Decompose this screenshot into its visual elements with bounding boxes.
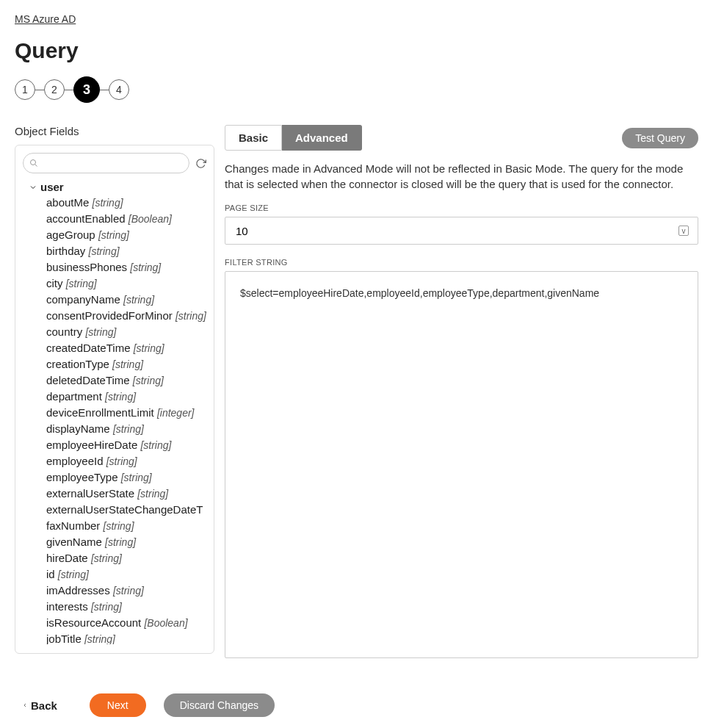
step-3[interactable]: 3 bbox=[73, 76, 100, 103]
field-type: [string] bbox=[121, 472, 152, 483]
field-item[interactable]: companyName [string] bbox=[46, 292, 206, 308]
field-type: [string] bbox=[84, 633, 115, 644]
field-type: [string] bbox=[113, 585, 144, 597]
chevron-down-icon bbox=[29, 183, 37, 192]
field-type: [Boolean] bbox=[144, 617, 187, 629]
field-item[interactable]: createdDateTime [string] bbox=[46, 340, 206, 356]
breadcrumb-link[interactable]: MS Azure AD bbox=[15, 13, 76, 25]
field-name: accountEnabled bbox=[46, 212, 126, 225]
field-type: [string] bbox=[93, 197, 123, 209]
field-item[interactable]: givenName [string] bbox=[46, 534, 206, 550]
field-item[interactable]: faxNumber [string] bbox=[46, 518, 206, 534]
field-item[interactable]: city [string] bbox=[46, 275, 206, 292]
field-item[interactable]: businessPhones [string] bbox=[46, 259, 206, 275]
field-type: [string] bbox=[58, 569, 89, 580]
field-type: [string] bbox=[85, 326, 116, 338]
step-4[interactable]: 4 bbox=[109, 79, 129, 100]
field-name: consentProvidedForMinor bbox=[46, 309, 173, 322]
back-button[interactable]: Back bbox=[22, 699, 57, 712]
field-item[interactable]: id [string] bbox=[46, 566, 206, 583]
field-item[interactable]: consentProvidedForMinor [string] bbox=[46, 308, 206, 324]
page-size-wrapper: v bbox=[225, 217, 698, 245]
field-item[interactable]: interests [string] bbox=[46, 599, 206, 615]
mode-note: Changes made in Advanced Mode will not b… bbox=[225, 161, 698, 192]
field-name: country bbox=[46, 325, 82, 338]
field-type: [string] bbox=[123, 294, 154, 306]
tab-basic[interactable]: Basic bbox=[225, 125, 282, 151]
field-item[interactable]: department [string] bbox=[46, 389, 206, 405]
tab-advanced[interactable]: Advanced bbox=[282, 125, 362, 151]
filter-string-input[interactable] bbox=[225, 271, 698, 658]
field-type: [string] bbox=[91, 601, 122, 613]
page-size-input[interactable] bbox=[234, 224, 678, 238]
step-connector bbox=[65, 90, 73, 90]
field-item[interactable]: employeeId [string] bbox=[46, 453, 206, 469]
field-name: aboutMe bbox=[46, 196, 89, 209]
field-item[interactable]: hireDate [string] bbox=[46, 550, 206, 566]
field-type: [string] bbox=[113, 423, 144, 435]
step-1[interactable]: 1 bbox=[15, 79, 35, 100]
filter-string-label: FILTER STRING bbox=[225, 258, 698, 267]
field-item[interactable]: employeeHireDate [string] bbox=[46, 437, 206, 453]
field-name: createdDateTime bbox=[46, 342, 131, 354]
field-name: creationType bbox=[46, 358, 109, 370]
field-type: [Boolean] bbox=[129, 213, 172, 225]
field-item[interactable]: imAddresses [string] bbox=[46, 583, 206, 599]
field-item[interactable]: birthday [string] bbox=[46, 243, 206, 259]
field-name: employeeHireDate bbox=[46, 439, 137, 451]
field-item[interactable]: ageGroup [string] bbox=[46, 227, 206, 243]
field-name: isResourceAccount bbox=[46, 616, 141, 629]
breadcrumb: MS Azure AD bbox=[15, 13, 698, 25]
field-name: jobTitle bbox=[46, 633, 82, 644]
field-type: [string] bbox=[105, 536, 136, 548]
field-type: [string] bbox=[130, 262, 161, 273]
field-item[interactable]: country [string] bbox=[46, 324, 206, 340]
field-type: [string] bbox=[98, 229, 129, 241]
field-item[interactable]: aboutMe [string] bbox=[46, 195, 206, 211]
field-item[interactable]: isResourceAccount [Boolean] bbox=[46, 615, 206, 631]
field-name: employeeId bbox=[46, 455, 104, 467]
field-type: [string] bbox=[112, 358, 143, 370]
field-name: companyName bbox=[46, 293, 120, 306]
step-connector bbox=[100, 90, 109, 90]
field-item[interactable]: creationType [string] bbox=[46, 356, 206, 372]
field-item[interactable]: jobTitle [string] bbox=[46, 631, 206, 644]
discard-button[interactable]: Discard Changes bbox=[164, 693, 275, 717]
field-type: [string] bbox=[106, 455, 137, 467]
next-button[interactable]: Next bbox=[90, 693, 146, 717]
step-2[interactable]: 2 bbox=[44, 79, 65, 100]
field-name: faxNumber bbox=[46, 519, 100, 532]
field-name: deletedDateTime bbox=[46, 374, 130, 386]
field-name: birthday bbox=[46, 245, 85, 257]
field-type: [string] bbox=[91, 552, 122, 564]
field-item[interactable]: accountEnabled [Boolean] bbox=[46, 211, 206, 227]
object-fields-panel: user aboutMe [string]accountEnabled [Boo… bbox=[15, 145, 214, 654]
field-search-box bbox=[23, 153, 189, 173]
field-item[interactable]: employeeType [string] bbox=[46, 469, 206, 486]
field-name: id bbox=[46, 568, 55, 580]
field-type: [string] bbox=[104, 520, 134, 532]
page-size-label: PAGE SIZE bbox=[225, 203, 698, 212]
stepper-icon[interactable]: v bbox=[678, 226, 689, 236]
test-query-button[interactable]: Test Query bbox=[622, 128, 698, 148]
field-item[interactable]: deletedDateTime [string] bbox=[46, 372, 206, 389]
back-label: Back bbox=[31, 699, 57, 712]
field-item[interactable]: displayName [string] bbox=[46, 421, 206, 437]
field-item[interactable]: externalUserStateChangeDateT bbox=[46, 502, 206, 518]
stepper: 1234 bbox=[15, 76, 698, 103]
field-type: [string] bbox=[175, 310, 206, 322]
field-search-input[interactable] bbox=[23, 153, 189, 173]
page-title: Query bbox=[15, 38, 698, 63]
field-name: displayName bbox=[46, 422, 110, 435]
tree-root-user[interactable]: user bbox=[29, 181, 206, 193]
field-name: deviceEnrollmentLimit bbox=[46, 406, 154, 419]
field-item[interactable]: deviceEnrollmentLimit [integer] bbox=[46, 405, 206, 421]
field-item[interactable]: externalUserState [string] bbox=[46, 486, 206, 502]
field-name: externalUserState bbox=[46, 487, 134, 500]
field-name: department bbox=[46, 390, 102, 403]
refresh-icon[interactable] bbox=[195, 158, 206, 169]
svg-line-1 bbox=[35, 165, 37, 167]
field-type: [string] bbox=[89, 245, 120, 257]
field-type: [string] bbox=[137, 488, 168, 500]
mode-tabs: Basic Advanced bbox=[225, 125, 362, 151]
